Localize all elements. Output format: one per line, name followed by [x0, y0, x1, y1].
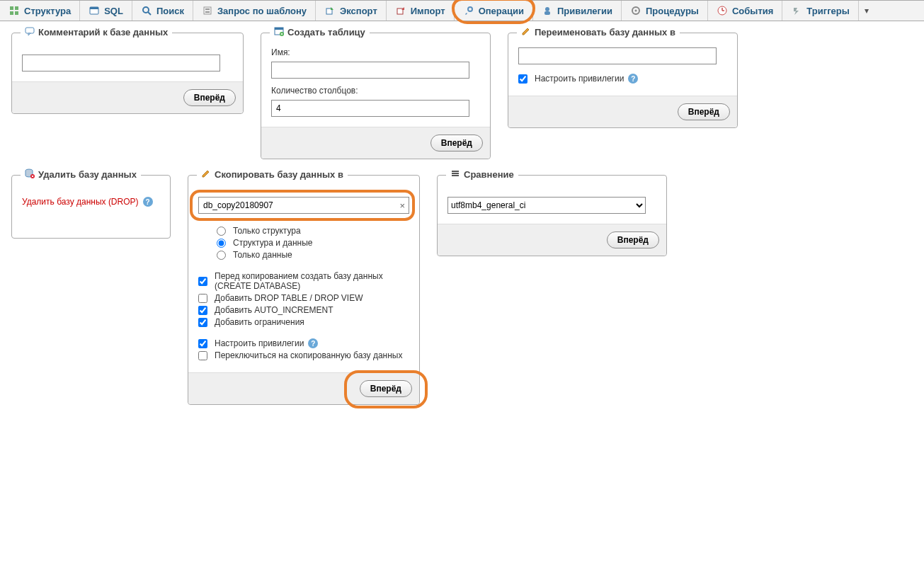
copy-constraints-label: Добавить ограничения [215, 317, 304, 327]
tab-label: Запрос по шаблону [217, 6, 307, 16]
go-button-comment[interactable]: Вперёд [183, 89, 236, 106]
create-table-name-label: Имя: [271, 47, 480, 57]
tab-search[interactable]: Поиск [132, 1, 193, 21]
tab-label: Экспорт [340, 6, 377, 16]
tab-triggers[interactable]: Триггеры [782, 1, 858, 21]
copy-opt-structure-and-data[interactable] [217, 239, 226, 248]
copy-autoinc-checkbox[interactable] [198, 306, 207, 315]
tabs-more[interactable]: ▾ [859, 1, 874, 21]
copy-opt-structure-only-label: Только структура [233, 226, 301, 236]
tab-label: Процедуры [646, 6, 699, 16]
panel-title-text: Комментарий к базе данных [38, 27, 168, 38]
svg-rect-8 [204, 7, 211, 14]
tab-structure[interactable]: Структура [0, 1, 80, 21]
copy-switch-checkbox[interactable] [198, 351, 207, 360]
svg-line-7 [148, 12, 151, 15]
comment-icon [25, 26, 35, 38]
help-icon[interactable]: ? [628, 74, 638, 84]
tab-label: Импорт [411, 6, 445, 16]
create-table-cols-input[interactable] [271, 100, 469, 117]
go-button-rename[interactable]: Вперёд [678, 103, 730, 120]
help-icon[interactable]: ? [143, 197, 153, 207]
copy-adjust-priv-label: Настроить привилегии [215, 338, 304, 348]
tab-routines[interactable]: Процедуры [622, 1, 708, 21]
copy-add-drop-label: Добавить DROP TABLE / DROP VIEW [215, 293, 363, 303]
panel-db-comment: Комментарий к базе данных Вперёд [11, 33, 244, 114]
pencil-icon [521, 26, 531, 38]
svg-rect-2 [10, 11, 13, 15]
query-icon [202, 5, 213, 16]
svg-rect-12 [397, 8, 403, 14]
copy-create-db-label: Перед копированием создать базу данных (… [215, 271, 409, 291]
rename-adjust-priv-label: Настроить привилегии [535, 74, 624, 84]
drop-db-link-text: Удалить базу данных (DROP) [22, 197, 139, 207]
db-comment-input[interactable] [22, 55, 220, 72]
create-table-name-input[interactable] [271, 62, 469, 79]
copy-opt-data-only[interactable] [217, 251, 226, 260]
collation-icon [450, 168, 460, 181]
operations-panels: Комментарий к базе данных Вперёд Создать… [0, 21, 924, 416]
panel-rename-db: Переименовать базу данных в Настроить пр… [508, 33, 738, 128]
tab-operations[interactable]: Операции [455, 1, 533, 21]
tab-label: Структура [24, 6, 71, 16]
svg-rect-3 [15, 11, 18, 15]
create-table-cols-label: Количество столбцов: [271, 86, 480, 96]
tab-sql[interactable]: SQL [80, 1, 132, 21]
go-button-collation[interactable]: Вперёд [607, 231, 659, 248]
tab-events[interactable]: События [708, 1, 782, 21]
panel-copy-db: Скопировать базу данных в × Только струк… [188, 175, 420, 405]
copy-add-drop-checkbox[interactable] [198, 294, 207, 303]
svg-point-13 [468, 7, 472, 11]
copy-constraints-checkbox[interactable] [198, 318, 207, 327]
sql-icon [89, 5, 100, 16]
wrench-icon [463, 5, 474, 16]
copy-opt-structure-and-data-label: Структура и данные [233, 238, 313, 248]
copy-autoinc-label: Добавить AUTO_INCREMENT [215, 305, 333, 315]
tab-label: SQL [104, 6, 123, 16]
database-delete-icon [25, 168, 35, 181]
svg-rect-23 [275, 28, 283, 30]
rename-db-input[interactable] [518, 47, 717, 64]
panel-collation: Сравнение utf8mb4_general_ci Вперёд [437, 175, 667, 256]
help-icon[interactable]: ? [308, 338, 318, 348]
tab-label: Привилегии [557, 6, 612, 16]
tab-label: События [732, 6, 773, 16]
svg-point-6 [143, 7, 149, 13]
tab-export[interactable]: Экспорт [316, 1, 387, 21]
drop-db-link[interactable]: Удалить базу данных (DROP) ? [22, 197, 153, 207]
collation-select[interactable]: utf8mb4_general_ci [447, 197, 646, 214]
panel-title-text: Скопировать базу данных в [215, 169, 343, 180]
copy-adjust-priv-checkbox[interactable] [198, 339, 207, 348]
copy-create-db-checkbox[interactable] [198, 277, 207, 286]
copy-opt-data-only-label: Только данные [233, 250, 292, 260]
tab-label: Поиск [156, 6, 184, 16]
panel-title-text: Сравнение [464, 169, 514, 180]
panel-title-text: Удалить базу данных [38, 169, 137, 180]
svg-rect-15 [544, 11, 550, 15]
svg-rect-0 [10, 6, 13, 10]
go-button-copy[interactable]: Вперёд [360, 380, 412, 397]
tab-label: Операции [479, 6, 524, 16]
events-icon [717, 5, 728, 16]
rename-adjust-priv-checkbox[interactable] [518, 74, 527, 84]
svg-point-14 [545, 7, 549, 11]
routines-icon [630, 5, 641, 16]
triggers-icon [791, 5, 802, 16]
panel-create-table: Создать таблицу Имя: Количество столбцов… [261, 33, 491, 159]
top-tabs: Структура SQL Поиск Запрос по шаблону Эк… [0, 0, 924, 21]
go-button-create-table[interactable]: Вперёд [430, 135, 483, 151]
panel-drop-db: Удалить базу данных Удалить базу данных … [11, 175, 171, 239]
svg-rect-10 [205, 11, 210, 13]
export-icon [324, 5, 336, 16]
tab-privileges[interactable]: Привилегии [533, 1, 622, 21]
copy-switch-label: Переключиться на скопированную базу данн… [215, 350, 402, 360]
svg-rect-9 [205, 8, 210, 10]
tab-query[interactable]: Запрос по шаблону [193, 1, 316, 21]
svg-rect-21 [25, 28, 34, 33]
copy-db-name-input[interactable] [198, 197, 409, 214]
copy-opt-structure-only[interactable] [217, 227, 226, 236]
table-new-icon [274, 26, 284, 38]
import-icon [395, 5, 406, 16]
tab-label: Триггеры [806, 6, 849, 16]
tab-import[interactable]: Импорт [387, 1, 455, 21]
